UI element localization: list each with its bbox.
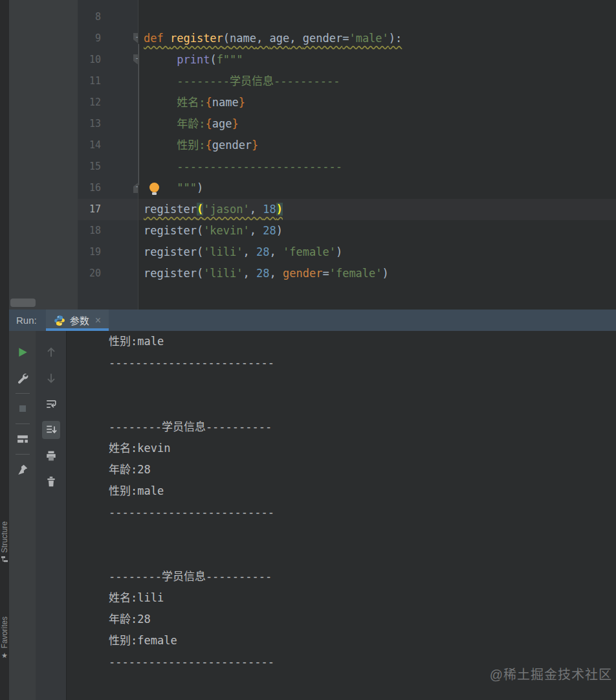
code-line-12[interactable]: 姓名:{name} xyxy=(138,92,616,113)
scroll-to-end-icon[interactable] xyxy=(36,417,66,443)
console-line xyxy=(67,545,616,566)
console-line: --------学员信息---------- xyxy=(67,566,616,587)
gutter-line-8: 8 xyxy=(78,6,138,28)
console-line xyxy=(67,374,616,395)
console-line: 姓名:kevin xyxy=(67,438,616,459)
gutter-line-15: 15 xyxy=(78,156,138,177)
run-body: 性别:male---------------------------------… xyxy=(9,331,616,700)
code-line-15[interactable]: ------------------------- xyxy=(138,156,616,177)
gutter-line-16: 16– xyxy=(78,177,138,199)
toolbar-divider xyxy=(16,454,30,455)
toolbar-divider xyxy=(16,423,30,424)
run-panel-title: Run: xyxy=(16,315,37,326)
stop-icon[interactable] xyxy=(9,396,36,422)
console-line: 年龄:28 xyxy=(67,609,616,630)
console-line: 性别:male xyxy=(67,480,616,502)
code-line-19[interactable]: register('lili', 28, 'female') xyxy=(138,242,616,263)
code-line-13[interactable]: 年龄:{age} xyxy=(138,113,616,135)
up-arrow-icon[interactable] xyxy=(36,339,66,365)
structure-icon xyxy=(1,556,8,563)
toolbar-divider xyxy=(16,393,30,394)
rerun-icon[interactable] xyxy=(9,339,36,365)
favorites-star-icon: ★ xyxy=(1,651,8,660)
line-number: 14 xyxy=(78,135,101,156)
gutter-line-12: 12 xyxy=(78,92,138,113)
line-number: 13 xyxy=(78,113,101,135)
down-arrow-icon[interactable] xyxy=(36,365,66,391)
console-line: ------------------------- xyxy=(67,352,616,374)
code-line-20[interactable]: register('lili', 28, gender='female') xyxy=(138,263,616,284)
line-number: 17 xyxy=(78,199,101,220)
line-number: 8 xyxy=(78,6,101,28)
line-number: 15 xyxy=(78,156,101,177)
console-line: 性别:female xyxy=(67,630,616,651)
gutter-line-14: 14 xyxy=(78,135,138,156)
horizontal-scrollbar-thumb[interactable] xyxy=(10,299,36,307)
print-icon[interactable] xyxy=(36,443,66,469)
line-number: 10 xyxy=(78,49,101,71)
gutter-line-18: 18 xyxy=(78,220,138,242)
gutter-line-9: 9– xyxy=(78,28,138,49)
scroll-to-end-selected-bg xyxy=(42,421,60,439)
line-number: 19 xyxy=(78,242,101,263)
soft-wrap-icon[interactable] xyxy=(36,391,66,417)
console-line: --------学员信息---------- xyxy=(67,416,616,438)
gutter-line-11: 11 xyxy=(78,71,138,92)
code-line-8[interactable] xyxy=(138,6,616,28)
run-tab[interactable]: 参数 × xyxy=(46,310,109,331)
python-icon xyxy=(54,315,65,326)
structure-tool-button[interactable]: Structure xyxy=(0,521,9,563)
console-line: ------------------------- xyxy=(67,502,616,523)
console-line xyxy=(67,395,616,416)
run-tool-window: Run: 参数 × xyxy=(9,310,616,700)
code-line-9[interactable]: def register(name, age, gender='male'): xyxy=(138,28,616,49)
code-line-10[interactable]: print(f""" xyxy=(138,49,616,71)
console-line xyxy=(67,523,616,545)
line-number: 11 xyxy=(78,71,101,92)
console-line: 性别:male xyxy=(67,331,616,352)
tab-close-icon[interactable]: × xyxy=(95,315,101,326)
line-number: 20 xyxy=(78,263,101,284)
clear-trash-icon[interactable] xyxy=(36,469,66,495)
restore-layout-icon[interactable] xyxy=(9,426,36,452)
line-number: 18 xyxy=(78,220,101,242)
run-toolbar xyxy=(9,331,36,700)
editor-gutter: 89–10–111213141516–17181920 xyxy=(78,0,138,310)
favorites-label: Favorites xyxy=(0,616,9,648)
settings-wrench-icon[interactable] xyxy=(9,365,36,391)
console-line: 姓名:lili xyxy=(67,587,616,609)
gutter-line-19: 19 xyxy=(78,242,138,263)
console-toolbar xyxy=(36,331,67,700)
left-tool-window-bar: Structure Favorites ★ xyxy=(0,0,10,700)
gutter-line-17: 17 xyxy=(78,199,138,220)
gutter-line-10: 10– xyxy=(78,49,138,71)
code-line-18[interactable]: register('kevin', 28) xyxy=(138,220,616,242)
editor-code[interactable]: def register(name, age, gender='male'): … xyxy=(138,0,616,310)
code-line-17[interactable]: register('jason', 18) xyxy=(138,199,616,220)
pin-icon[interactable] xyxy=(9,457,36,482)
structure-label: Structure xyxy=(0,521,9,553)
run-header: Run: 参数 × xyxy=(9,310,616,331)
gutter-line-20: 20 xyxy=(78,263,138,284)
code-line-11[interactable]: --------学员信息---------- xyxy=(138,71,616,92)
pycharm-window: Structure Favorites ★ 89–10–111213141516… xyxy=(0,0,616,700)
run-tab-label: 参数 xyxy=(70,313,89,327)
line-number: 9 xyxy=(78,28,101,49)
code-line-16[interactable]: """) xyxy=(138,177,616,199)
intention-bulb-icon[interactable] xyxy=(149,183,159,192)
gutter-line-13: 13 xyxy=(78,113,138,135)
console-line: 年龄:28 xyxy=(67,459,616,480)
line-number: 12 xyxy=(78,92,101,113)
favorites-tool-button[interactable]: Favorites ★ xyxy=(0,616,9,660)
project-panel xyxy=(9,0,78,310)
line-number: 16 xyxy=(78,177,101,199)
code-line-14[interactable]: 性别:{gender} xyxy=(138,135,616,156)
console-output[interactable]: 性别:male---------------------------------… xyxy=(67,331,616,700)
watermark: @稀土掘金技术社区 xyxy=(490,664,612,683)
